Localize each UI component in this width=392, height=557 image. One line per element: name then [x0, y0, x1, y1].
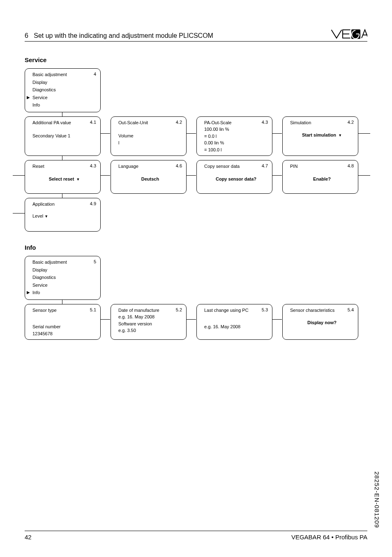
menu-item-label: Service [32, 95, 48, 100]
card-line: Serial number [32, 323, 96, 330]
document-id: 28252-EN-081209 [374, 471, 380, 528]
card-line: 0.00 lin % [204, 139, 268, 146]
card-line: l [118, 139, 182, 146]
down-triangle-icon: ▼ [44, 214, 48, 218]
card-line: Additional PA value [32, 119, 96, 126]
menu-item: ▶ Service [32, 94, 96, 101]
menu-item: Info [32, 102, 96, 109]
card-line: e.g. 16. May 2008 [118, 313, 182, 320]
product-name: VEGABAR 64 • Profibus PA [291, 534, 367, 541]
card-line: Out-Scale-Unit [118, 119, 182, 126]
service-heading: Service [25, 56, 367, 63]
card-action: Start simulation ▼ [290, 132, 354, 139]
card-num: 5.4 [348, 306, 354, 313]
card-sensor-characteristics: 5.4 Sensor characteristics Display now? [282, 304, 358, 340]
card-num: 5 [94, 258, 96, 265]
menu-item-label: Info [32, 290, 40, 295]
header-title: 6 Set up with the indicating and adjustm… [25, 32, 213, 39]
card-line: Application [32, 201, 96, 208]
card-action: Select reset ▼ [32, 176, 96, 183]
card-line: Sensor type [32, 307, 96, 314]
card-line: 12345678 [32, 330, 96, 337]
menu-item: Service [32, 282, 96, 289]
card-line: Copy sensor data [204, 163, 268, 170]
info-diagram: 5 Basic adjustment Display Diagnostics S… [25, 256, 367, 340]
menu-item: Display [32, 267, 96, 274]
card-center: Copy sensor data? [204, 176, 268, 183]
card-num: 4.7 [262, 162, 268, 169]
card-line: Volume [118, 132, 182, 139]
card-num: 5.1 [90, 306, 96, 313]
card-num: 4.9 [90, 200, 96, 207]
card-num: 4.8 [348, 162, 354, 169]
card-last-change: 5.3 Last change using PC e.g. 16. May 20… [196, 304, 272, 340]
page-footer: 42 VEGABAR 64 • Profibus PA [25, 531, 367, 541]
card-line: PA-Out-Scale [204, 119, 268, 126]
card-date-manufacture: 5.2 Date of manufacture e.g. 16. May 200… [111, 304, 187, 340]
action-label: Level [32, 214, 43, 218]
card-num: 4.3 [262, 119, 268, 126]
menu-item: Basic adjustment [32, 259, 96, 266]
menu-card-service: 4 Basic adjustment Display Diagnostics ▶… [25, 68, 101, 112]
card-num: 4.1 [90, 119, 96, 126]
card-line: PIN [290, 163, 354, 170]
card-num: 4.3 [90, 162, 96, 169]
card-line: e.g. 3.50 [118, 327, 182, 334]
card-pa-out-scale: 4.3 PA-Out-Scale 100.00 lin % = 0.0 l 0.… [196, 116, 272, 156]
section-number: 6 [25, 32, 28, 39]
action-label: Start simulation [302, 132, 336, 137]
card-num: 4.2 [348, 119, 354, 126]
menu-item: Diagnostics [32, 86, 96, 93]
card-line: Language [118, 163, 182, 170]
card-pin: 4.8 PIN Enable? [282, 160, 358, 194]
pointer-icon: ▶ [27, 94, 30, 100]
action-label: Select reset [49, 176, 74, 181]
card-sensor-type: 5.1 Sensor type Serial number 12345678 [25, 304, 101, 340]
card-line: Simulation [290, 119, 354, 126]
card-num: 4.2 [176, 119, 182, 126]
card-language: 4.6 Language Deutsch [111, 160, 187, 194]
vega-logo [330, 29, 367, 39]
card-line: Secondary Value 1 [32, 132, 96, 139]
card-center: Deutsch [118, 176, 182, 183]
menu-item: Display [32, 79, 96, 86]
card-num: 4 [94, 71, 96, 78]
menu-card-info: 5 Basic adjustment Display Diagnostics S… [25, 256, 101, 300]
card-center: Enable? [290, 176, 354, 183]
card-out-scale-unit: 4.2 Out-Scale-Unit Volume l [111, 116, 187, 156]
card-line: Reset [32, 163, 96, 170]
service-diagram: 4 Basic adjustment Display Diagnostics ▶… [25, 68, 367, 232]
card-line: = 100.0 l [204, 146, 268, 153]
menu-item: ▶ Info [32, 289, 96, 296]
down-triangle-icon: ▼ [338, 133, 342, 137]
card-line: e.g. 16. May 2008 [204, 323, 268, 330]
card-line: Date of manufacture [118, 307, 182, 314]
card-num: 5.3 [262, 306, 268, 313]
card-additional-pa: 4.1 Additional PA value Secondary Value … [25, 116, 101, 156]
card-copy-sensor: 4.7 Copy sensor data Copy sensor data? [196, 160, 272, 194]
card-action: Level ▼ [32, 213, 96, 220]
card-application: 4.9 Application Level ▼ [25, 198, 101, 232]
card-num: 4.6 [176, 162, 182, 169]
card-simulation: 4.2 Simulation Start simulation ▼ [282, 116, 358, 156]
info-heading: Info [25, 244, 367, 251]
card-center: Display now? [290, 319, 354, 326]
menu-item: Basic adjustment [32, 71, 96, 78]
card-line: = 0.0 l [204, 133, 268, 140]
card-num: 5.2 [176, 306, 182, 313]
card-line: 100.00 lin % [204, 126, 268, 133]
section-title: Set up with the indicating and adjustmen… [34, 32, 213, 39]
card-reset: 4.3 Reset Select reset ▼ [25, 160, 101, 194]
pointer-icon: ▶ [27, 289, 30, 295]
page-number: 42 [25, 534, 32, 541]
card-line: Software version [118, 320, 182, 327]
card-line: Sensor characteristics [290, 307, 354, 314]
menu-item: Diagnostics [32, 274, 96, 281]
page-header: 6 Set up with the indicating and adjustm… [25, 29, 367, 42]
card-line: Last change using PC [204, 307, 268, 314]
down-triangle-icon: ▼ [76, 177, 80, 181]
